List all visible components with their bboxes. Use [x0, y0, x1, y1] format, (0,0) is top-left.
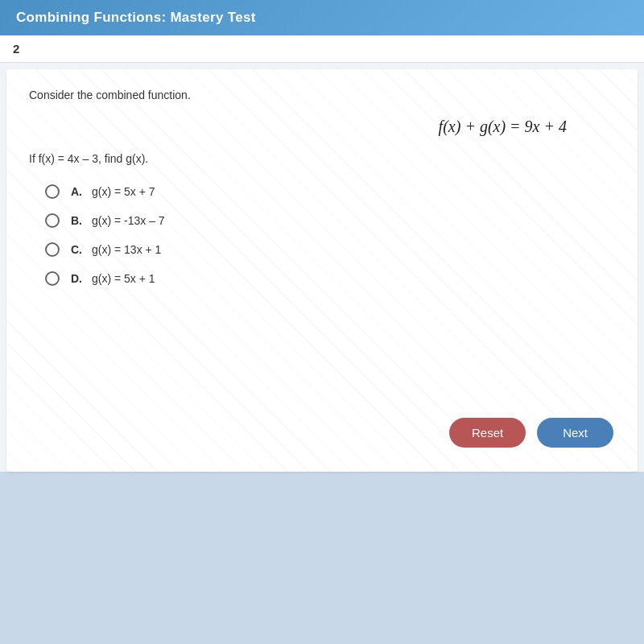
- option-b-text: g(x) = -13x – 7: [92, 214, 165, 227]
- main-content: 2 Consider the combined function. f(x) +…: [0, 35, 644, 472]
- consider-text: Consider the combined function.: [29, 89, 615, 101]
- option-d[interactable]: D. g(x) = 5x + 1: [45, 271, 615, 286]
- if-statement: If f(x) = 4x – 3, find g(x).: [29, 152, 615, 165]
- radio-a[interactable]: [45, 184, 60, 199]
- options-list: A. g(x) = 5x + 7 B. g(x) = -13x – 7 C. g…: [45, 184, 615, 286]
- option-b[interactable]: B. g(x) = -13x – 7: [45, 213, 615, 228]
- next-button[interactable]: Next: [537, 418, 613, 448]
- option-c[interactable]: C. g(x) = 13x + 1: [45, 242, 615, 257]
- buttons-area: Reset Next: [449, 418, 613, 448]
- radio-d[interactable]: [45, 271, 60, 286]
- radio-c[interactable]: [45, 242, 60, 257]
- formula-display: f(x) + g(x) = 9x + 4: [29, 118, 615, 136]
- option-a-text: g(x) = 5x + 7: [92, 185, 155, 198]
- option-c-label: C.: [71, 243, 85, 256]
- question-area: Consider the combined function. f(x) + g…: [6, 69, 638, 472]
- option-d-label: D.: [71, 272, 85, 285]
- page-header: Combining Functions: Mastery Test: [0, 0, 644, 35]
- radio-b[interactable]: [45, 213, 60, 228]
- option-b-label: B.: [71, 214, 85, 227]
- formula-text: f(x) + g(x) = 9x + 4: [439, 118, 567, 135]
- question-number-bar: 2: [0, 35, 644, 63]
- option-a[interactable]: A. g(x) = 5x + 7: [45, 184, 615, 199]
- option-d-text: g(x) = 5x + 1: [92, 272, 155, 285]
- question-number: 2: [13, 42, 19, 56]
- header-title: Combining Functions: Mastery Test: [16, 10, 256, 25]
- option-c-text: g(x) = 13x + 1: [92, 243, 161, 256]
- option-a-label: A.: [71, 185, 85, 198]
- reset-button[interactable]: Reset: [449, 418, 526, 448]
